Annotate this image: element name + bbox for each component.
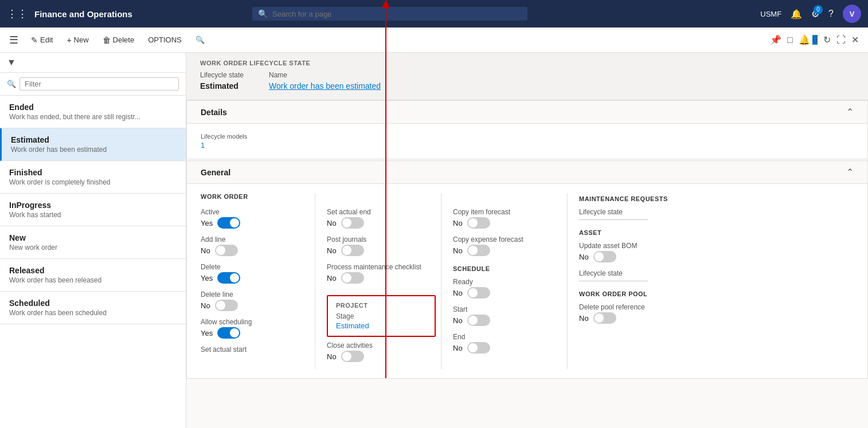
- schedule-ready-field: Ready No: [453, 278, 556, 299]
- details-chevron: ⌃: [846, 107, 854, 117]
- process-maint-text: No: [327, 274, 337, 282]
- schedule-end-value: No: [453, 342, 556, 354]
- schedule-end-toggle[interactable]: [467, 342, 490, 354]
- copy-expense-forecast-value: No: [453, 245, 556, 256]
- details-section: Details ⌃ Lifecycle models 1: [186, 100, 868, 159]
- maint-lifecycle-state-value: [579, 217, 854, 220]
- grid-icon[interactable]: ⋮⋮: [7, 7, 28, 20]
- general-grid: WORK ORDER Active Yes Add line No: [201, 193, 854, 369]
- filter-funnel-icon[interactable]: ▼: [7, 57, 16, 68]
- schedule-end-text: No: [453, 344, 463, 352]
- top-nav-right: USMF 🔔 ⚙ 0 ? V: [760, 5, 861, 23]
- close-activities-field: Close activities No: [327, 341, 429, 362]
- add-line-toggle[interactable]: [215, 245, 238, 256]
- delete-line-toggle[interactable]: [215, 300, 238, 311]
- sidebar-item-title-released: Released: [9, 266, 177, 275]
- middle-col-1: . Set actual end No Post journals No: [315, 193, 441, 369]
- sidebar-item-estimated[interactable]: Estimated Work order has been estimated: [0, 128, 186, 161]
- notif-count: 0: [814, 5, 823, 14]
- schedule-ready-toggle[interactable]: [467, 287, 490, 299]
- add-line-value: No: [201, 245, 303, 256]
- close-activities-toggle[interactable]: [341, 351, 364, 362]
- active-field: Active Yes: [201, 208, 303, 229]
- set-actual-start-label: Set actual start: [201, 345, 303, 354]
- copy-item-forecast-toggle[interactable]: [467, 217, 490, 229]
- sidebar-item-finished[interactable]: Finished Work order is completely finish…: [0, 161, 186, 194]
- active-toggle[interactable]: [217, 217, 240, 229]
- sidebar-item-sub-released: Work order has been released: [9, 276, 177, 284]
- bell-icon[interactable]: 🔔: [791, 9, 802, 19]
- copy-expense-forecast-toggle[interactable]: [467, 245, 490, 256]
- sidebar: ▼ 🔍 Ended Work has ended, but there are …: [0, 53, 186, 428]
- name-col-header: Name: [269, 71, 854, 81]
- search-bar[interactable]: 🔍: [252, 7, 527, 21]
- add-line-field: Add line No: [201, 235, 303, 256]
- sidebar-item-released[interactable]: Released Work order has been released: [0, 259, 186, 292]
- edit-button[interactable]: ✎ Edit: [25, 33, 58, 47]
- sidebar-filter[interactable]: 🔍: [0, 73, 186, 96]
- close-icon[interactable]: ✕: [851, 34, 859, 45]
- process-maint-toggle[interactable]: [341, 272, 364, 284]
- refresh-icon[interactable]: ↻: [823, 34, 831, 45]
- post-journals-label: Post journals: [327, 235, 429, 244]
- allow-scheduling-text: Yes: [201, 329, 213, 337]
- copy-item-forecast-value: No: [453, 217, 556, 229]
- asset-lifecycle-state-value: [579, 278, 854, 281]
- delete-pool-reference-toggle[interactable]: [593, 312, 616, 324]
- close-activities-label: Close activities: [327, 341, 429, 350]
- post-journals-toggle[interactable]: [341, 245, 364, 256]
- company-label: USMF: [760, 10, 781, 18]
- general-section-header[interactable]: General ⌃: [187, 161, 867, 184]
- work-order-pool-header: WORK ORDER POOL: [579, 290, 854, 297]
- search-button[interactable]: 🔍: [190, 33, 210, 46]
- set-actual-end-toggle[interactable]: [341, 217, 364, 229]
- help-icon[interactable]: ?: [828, 9, 834, 19]
- action-notif[interactable]: 🔔 0: [799, 34, 818, 45]
- maint-lifecycle-state-field: Lifecycle state: [579, 208, 854, 220]
- sidebar-item-title-finished: Finished: [9, 168, 177, 177]
- sidebar-item-title-scheduled: Scheduled: [9, 299, 177, 308]
- action-badge: 0: [812, 35, 818, 45]
- new-button[interactable]: + New: [61, 33, 94, 47]
- delete-toggle[interactable]: [217, 272, 240, 284]
- maint-lifecycle-state-label: Lifecycle state: [579, 208, 854, 216]
- process-maint-field: Process maintenance checklist No: [327, 263, 429, 284]
- pin-icon[interactable]: 📌: [770, 34, 781, 45]
- sidebar-item-sub-ended: Work has ended, but there are still regi…: [9, 113, 177, 121]
- sidebar-item-inprogress[interactable]: InProgress Work has started: [0, 194, 186, 226]
- refresh-notif-icon[interactable]: 🔔: [799, 35, 810, 45]
- schedule-ready-value: No: [453, 287, 556, 299]
- close-activities-value: No: [327, 351, 429, 362]
- plus-icon: +: [67, 36, 71, 45]
- notif-badge[interactable]: ⚙ 0: [811, 9, 819, 19]
- search-input[interactable]: [272, 10, 522, 18]
- lifecycle-models-value[interactable]: 1: [201, 141, 854, 150]
- allow-scheduling-toggle[interactable]: [217, 327, 240, 339]
- work-order-col: WORK ORDER Active Yes Add line No: [201, 193, 315, 369]
- project-header: PROJECT: [336, 302, 427, 309]
- asset-lifecycle-separator: [579, 281, 648, 281]
- delete-line-text: No: [201, 301, 210, 310]
- right-col: MAINTENANCE REQUESTS Lifecycle state ASS…: [568, 193, 854, 369]
- delete-pool-reference-value: No: [579, 312, 854, 324]
- office-icon[interactable]: □: [787, 35, 793, 45]
- schedule-start-toggle[interactable]: [467, 315, 490, 326]
- set-actual-start-field: Set actual start: [201, 345, 303, 355]
- sidebar-item-new[interactable]: New New work order: [0, 226, 186, 259]
- search-icon: 🔍: [258, 9, 268, 18]
- filter-input[interactable]: [19, 77, 179, 91]
- hamburger-icon[interactable]: ☰: [9, 34, 18, 46]
- options-button[interactable]: OPTIONS: [142, 33, 187, 46]
- general-chevron: ⌃: [846, 167, 854, 178]
- update-asset-bom-toggle[interactable]: [593, 251, 616, 262]
- general-body: WORK ORDER Active Yes Add line No: [187, 184, 867, 378]
- update-asset-bom-value: No: [579, 251, 854, 262]
- sidebar-item-ended[interactable]: Ended Work has ended, but there are stil…: [0, 96, 186, 128]
- details-section-header[interactable]: Details ⌃: [187, 101, 867, 124]
- delete-button[interactable]: 🗑 Delete: [97, 33, 140, 47]
- schedule-end-field: End No: [453, 333, 556, 354]
- user-avatar[interactable]: V: [843, 5, 861, 23]
- project-box: PROJECT Stage Estimated: [327, 295, 436, 337]
- sidebar-item-scheduled[interactable]: Scheduled Work order has been scheduled: [0, 292, 186, 324]
- expand-icon[interactable]: ⛶: [836, 35, 846, 45]
